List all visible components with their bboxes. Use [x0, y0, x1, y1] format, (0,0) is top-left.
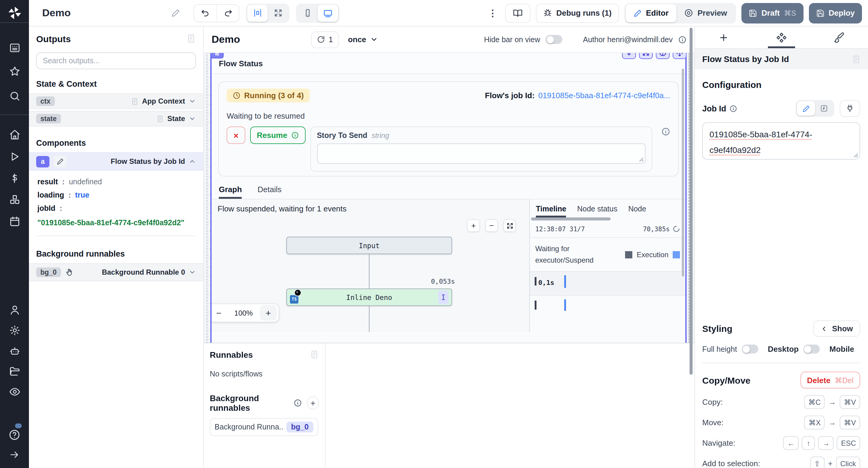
zoom-out-button[interactable]: −: [485, 219, 498, 232]
edit-title-pencil-icon[interactable]: [171, 8, 180, 18]
workers-robot-icon[interactable]: [0, 341, 29, 360]
background-runnable-item[interactable]: Background Runna... bg_0: [210, 418, 318, 436]
users-icon[interactable]: [0, 300, 29, 319]
tab-preview[interactable]: Preview: [676, 4, 735, 22]
story-textarea[interactable]: [317, 143, 646, 164]
runnables-title: Runnables: [210, 350, 253, 360]
audit-eye-icon[interactable]: [0, 382, 29, 401]
desktop-toggle[interactable]: [804, 344, 820, 354]
cancel-button[interactable]: ×: [227, 127, 245, 144]
delete-button[interactable]: Delete ⌘Del: [800, 372, 860, 389]
bg-runnable-row[interactable]: bg_0 Background Runnable 0: [29, 263, 203, 281]
timeline-start-time: 12:38:07 31/7: [535, 225, 585, 233]
debug-runs-button[interactable]: Debug runs (1): [536, 3, 619, 23]
zoom-in-button[interactable]: +: [260, 305, 277, 321]
component-a-row[interactable]: a Flow Status by Job Id: [29, 153, 203, 170]
resize-handle-icon[interactable]: [854, 153, 858, 158]
undo-button[interactable]: [194, 4, 216, 22]
tab-theme-brush-icon[interactable]: [810, 27, 868, 48]
kbd-click: Click: [836, 457, 860, 468]
deploy-button[interactable]: Deploy: [809, 3, 862, 23]
settings-gear-icon[interactable]: [0, 321, 29, 340]
rail-divider: [0, 114, 29, 115]
page-vscrollbar[interactable]: [689, 28, 692, 375]
flow-node-inline-deno[interactable]: TS Inline Deno I: [286, 289, 452, 306]
kbd-shift: ⇧: [810, 457, 824, 468]
tab-component-settings-icon[interactable]: [752, 27, 810, 48]
add-background-runnable-button[interactable]: +: [307, 396, 319, 409]
zoom-out-button[interactable]: −: [212, 305, 227, 321]
schedules-calendar-icon[interactable]: [0, 211, 29, 231]
full-width-button[interactable]: [268, 4, 288, 22]
docs-book-button[interactable]: [505, 3, 530, 23]
tab-timeline[interactable]: Timeline: [536, 205, 566, 218]
canvas-vscrollbar[interactable]: [682, 69, 684, 276]
zoom-in-button[interactable]: +: [467, 219, 480, 232]
rename-pencil-icon[interactable]: [54, 156, 67, 167]
help-icon[interactable]: [0, 425, 29, 444]
execution-tick: [564, 275, 566, 288]
mobile-view-button[interactable]: [297, 4, 318, 22]
timeline-bar-row: 0,1s: [530, 272, 685, 296]
tab-insert-plus-icon[interactable]: [695, 27, 752, 48]
expand-down-icon[interactable]: [622, 53, 636, 59]
flow-jobid-link[interactable]: 0191085e-5baa-81ef-4774-c9ef4f0a...: [538, 91, 670, 100]
connect-plug-icon[interactable]: [840, 100, 860, 117]
folders-icon[interactable]: [0, 361, 29, 381]
show-styling-button[interactable]: Show: [813, 321, 860, 337]
tab-editor[interactable]: Editor: [625, 4, 676, 22]
doc-icon: [130, 97, 138, 105]
flow-status-component[interactable]: a Flow Status Running (3 of 4) Flow's jo…: [210, 53, 687, 343]
apps-icon[interactable]: [0, 38, 29, 57]
flow-node-input[interactable]: Input: [286, 237, 452, 254]
flow-graph-pane[interactable]: Flow suspended, waiting for 1 events + −…: [212, 199, 530, 332]
favorites-star-icon[interactable]: [0, 61, 29, 81]
state-type-label: State: [167, 114, 185, 123]
component-doc-icon[interactable]: [852, 55, 861, 64]
redo-button[interactable]: [216, 4, 239, 22]
more-menu-kebab-icon[interactable]: ⋮: [486, 7, 500, 19]
anchor-icon[interactable]: [656, 53, 670, 59]
resume-button[interactable]: Resume: [250, 127, 305, 144]
refresh-icon: [317, 36, 325, 43]
kbd-arrow-left: ←: [783, 436, 799, 450]
tab-node[interactable]: Node: [628, 205, 646, 218]
refresh-count-button[interactable]: 1: [311, 31, 339, 48]
fit-view-icon[interactable]: [503, 219, 516, 232]
runnables-doc-icon[interactable]: [310, 350, 319, 359]
clock-icon: [233, 92, 241, 99]
home-icon[interactable]: [0, 125, 29, 144]
app-canvas[interactable]: a Flow Status Running (3 of 4) Flow's jo…: [204, 53, 694, 343]
copy-shortcut-row: Copy: ⌘C → ⌘V: [702, 395, 860, 409]
static-input-pencil-icon[interactable]: [797, 101, 815, 115]
timeline-hscrollbar[interactable]: [531, 218, 611, 221]
fullscreen-icon[interactable]: [639, 53, 653, 59]
centered-layout-button[interactable]: [247, 4, 268, 22]
tab-details[interactable]: Details: [258, 185, 282, 199]
form-info-icon[interactable]: [661, 127, 670, 136]
tab-node-status[interactable]: Node status: [577, 205, 617, 218]
hide-bar-toggle[interactable]: [546, 35, 562, 44]
resources-cubes-icon[interactable]: [0, 190, 29, 209]
full-height-toggle[interactable]: [742, 344, 758, 354]
outputs-doc-icon[interactable]: [186, 34, 196, 43]
runs-play-icon[interactable]: [0, 147, 29, 166]
windmill-logo-icon[interactable]: [0, 3, 29, 22]
schedule-select[interactable]: once: [348, 35, 378, 44]
divider: [702, 363, 860, 363]
selected-component-header: Flow Status by Job Id: [695, 49, 868, 69]
resize-handle-icon[interactable]: [639, 157, 644, 162]
move-icon[interactable]: [673, 53, 687, 59]
state-row[interactable]: state State: [29, 111, 203, 127]
jobid-input[interactable]: 0191085e-5baa-81ef-4774-c9ef4f0a92d2: [702, 122, 860, 160]
search-outputs-input[interactable]: [43, 57, 189, 65]
draft-save-button[interactable]: Draft ⌘S: [742, 3, 804, 23]
variables-dollar-icon[interactable]: [0, 169, 29, 188]
expression-fx-icon[interactable]: [815, 101, 833, 115]
desktop-view-button[interactable]: [318, 4, 338, 22]
ctx-row[interactable]: ctx App Context: [29, 93, 203, 109]
tab-graph[interactable]: Graph: [219, 185, 242, 199]
background-runnables-title: Background runnables: [36, 249, 196, 258]
collapse-arrow-icon[interactable]: [0, 445, 29, 464]
search-icon[interactable]: [0, 86, 29, 105]
